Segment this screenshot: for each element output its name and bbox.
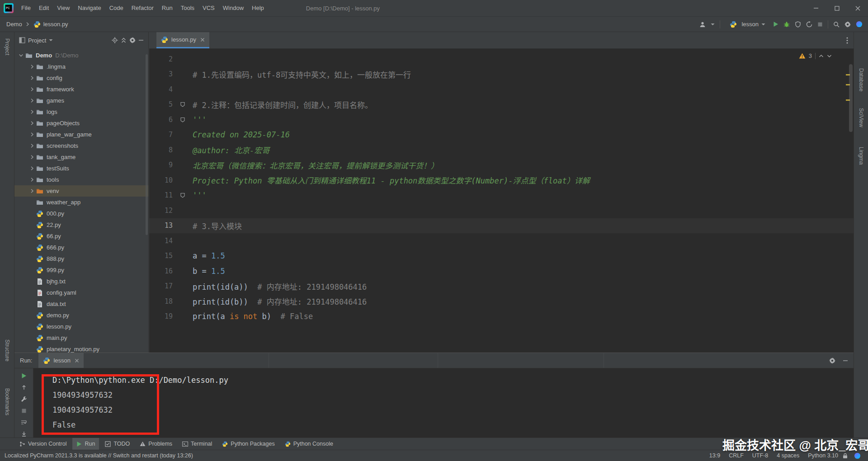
menu-window[interactable]: Window	[219, 0, 248, 16]
breadcrumb-project[interactable]: Demo	[6, 21, 22, 28]
hide-panel-icon[interactable]	[138, 38, 144, 43]
user-dropdown-caret-icon[interactable]	[711, 23, 715, 26]
code-line-17[interactable]: 17print(id(a)) # 内存地址: 2191498046416	[149, 279, 854, 294]
minimize-button[interactable]	[806, 0, 826, 16]
code-line-16[interactable]: 16b = 1.5	[149, 263, 854, 279]
tree-item-data.txt[interactable]: data.txt	[14, 298, 148, 310]
run-tab-lesson[interactable]: lesson	[38, 353, 84, 368]
lingma-icon[interactable]	[856, 21, 863, 28]
chevron-right-icon[interactable]	[28, 132, 35, 137]
menu-help[interactable]: Help	[248, 0, 268, 16]
tool-stripe-project[interactable]: Project	[4, 38, 10, 55]
breadcrumb-file[interactable]: lesson.py	[43, 21, 68, 28]
tree-item-config[interactable]: config	[14, 72, 148, 84]
tree-item-demo.py[interactable]: demo.py	[14, 310, 148, 321]
chevron-right-icon[interactable]	[28, 155, 35, 160]
code-line-18[interactable]: 18print(id(b)) # 内存地址: 2191498046416	[149, 294, 854, 309]
menu-code[interactable]: Code	[105, 0, 127, 16]
tree-item-logs[interactable]: logs	[14, 106, 148, 118]
prev-warning-icon[interactable]	[819, 54, 824, 58]
chevron-right-icon[interactable]	[28, 64, 35, 69]
coverage-button[interactable]	[795, 21, 801, 28]
code-line-4[interactable]: 4	[149, 82, 854, 97]
code-line-11[interactable]: 11'''	[149, 188, 854, 203]
menu-navigate[interactable]: Navigate	[74, 0, 105, 16]
project-scrollbar[interactable]	[146, 54, 148, 235]
tool-stripe-lingma[interactable]: Lingma	[858, 147, 864, 165]
locate-file-icon[interactable]	[112, 37, 118, 43]
gutter-mark-icon[interactable]	[173, 102, 193, 107]
tool-stripe-structure[interactable]: Structure	[4, 339, 10, 362]
status-utf-8[interactable]: UTF-8	[752, 452, 768, 459]
inspections-widget[interactable]: 3	[799, 52, 832, 59]
project-view-caret-icon[interactable]	[49, 39, 53, 42]
tree-item-games[interactable]: games	[14, 95, 148, 106]
tab-close-icon[interactable]	[200, 38, 205, 42]
code-line-19[interactable]: 19print(a is not b) # False	[149, 309, 854, 325]
debug-button[interactable]	[783, 21, 790, 28]
tree-item-bjhg.txt[interactable]: bjhg.txt	[14, 276, 148, 287]
menu-file[interactable]: File	[17, 0, 35, 16]
tree-item-000.py[interactable]: 000.py	[14, 208, 148, 219]
toolwindow-button-terminal[interactable]: Terminal	[178, 438, 216, 450]
chevron-right-icon[interactable]	[28, 121, 35, 126]
gutter-mark-icon[interactable]	[173, 117, 193, 122]
tree-item-lesson.py[interactable]: lesson.py	[14, 321, 148, 332]
run-config-selector[interactable]: lesson	[725, 20, 768, 29]
code-line-15[interactable]: 15a = 1.5	[149, 249, 854, 264]
tree-item-666.py[interactable]: 666.py	[14, 242, 148, 253]
scroll-to-end-icon[interactable]	[21, 431, 27, 437]
code-line-9[interactable]: 9北京宏哥（微信搜索：北京宏哥，关注宏哥，提前解锁更多测试干货！）	[149, 158, 854, 173]
tab-options-icon[interactable]	[846, 37, 848, 44]
menu-edit[interactable]: Edit	[35, 0, 53, 16]
chevron-right-icon[interactable]	[28, 166, 35, 171]
chevron-right-icon[interactable]	[28, 109, 35, 114]
tool-stripe-database[interactable]: Database	[858, 68, 864, 91]
status-4-spaces[interactable]: 4 spaces	[777, 452, 799, 459]
tree-item-66.py[interactable]: 66.py	[14, 230, 148, 242]
tree-item-plane_war_game[interactable]: plane_war_game	[14, 129, 148, 140]
tree-item-planetary_motion.py[interactable]: planetary_motion.py	[14, 343, 148, 353]
code-line-7[interactable]: 7Created on 2025-07-16	[149, 127, 854, 143]
menu-run[interactable]: Run	[158, 0, 177, 16]
chevron-right-icon[interactable]	[28, 143, 35, 148]
tree-item-main.py[interactable]: main.py	[14, 332, 148, 343]
editor-scrollbar[interactable]	[849, 64, 853, 132]
chevron-right-icon[interactable]	[28, 188, 35, 193]
tree-item-.lingma[interactable]: .lingma	[14, 61, 148, 72]
tab-lesson-py[interactable]: lesson.py	[156, 32, 209, 48]
tree-item-Demo[interactable]: DemoD:\Demo	[14, 50, 148, 61]
next-warning-icon[interactable]	[827, 54, 832, 58]
code-line-6[interactable]: 6'''	[149, 112, 854, 127]
code-line-12[interactable]: 12	[149, 203, 854, 218]
tree-item-pageObjects[interactable]: pageObjects	[14, 118, 148, 129]
toolwindow-button-problems[interactable]: Problems	[136, 438, 176, 450]
chevron-down-icon[interactable]	[17, 53, 24, 58]
run-tab-close-icon[interactable]	[75, 358, 79, 363]
menu-refactor[interactable]: Refactor	[127, 0, 158, 16]
toolwindow-button-version-control[interactable]: Version Control	[15, 438, 71, 450]
gutter-mark-icon[interactable]	[173, 193, 193, 198]
run-settings-gear-icon[interactable]	[829, 358, 835, 364]
tool-stripe-sciview[interactable]: SciView	[858, 108, 864, 127]
code-line-13[interactable]: 13# 3.导入模块	[149, 218, 854, 234]
status-message[interactable]: Localized PyCharm 2021.3.3 is available …	[5, 452, 193, 459]
close-button[interactable]	[847, 0, 868, 16]
tree-item-framework[interactable]: framework	[14, 84, 148, 95]
soft-wrap-icon[interactable]	[21, 419, 27, 425]
tree-item-venv[interactable]: venv	[14, 185, 148, 197]
chevron-right-icon[interactable]	[28, 75, 35, 80]
tree-item-testSuits[interactable]: testSuits	[14, 163, 148, 174]
tree-item-screenshots[interactable]: screenshots	[14, 140, 148, 151]
toolwindow-button-run[interactable]: Run	[72, 438, 99, 450]
status-13-9[interactable]: 13:9	[709, 452, 720, 459]
up-stack-icon[interactable]	[21, 385, 27, 390]
tree-item-888.py[interactable]: 888.py	[14, 253, 148, 264]
chevron-right-icon[interactable]	[28, 98, 35, 103]
toolwindow-button-python-packages[interactable]: Python Packages	[218, 438, 278, 450]
tree-item-22.py[interactable]: 22.py	[14, 219, 148, 230]
chevron-right-icon[interactable]	[28, 177, 35, 182]
menu-vcs[interactable]: VCS	[198, 0, 219, 16]
profiler-button[interactable]	[806, 21, 812, 28]
chevron-right-icon[interactable]	[28, 87, 35, 92]
